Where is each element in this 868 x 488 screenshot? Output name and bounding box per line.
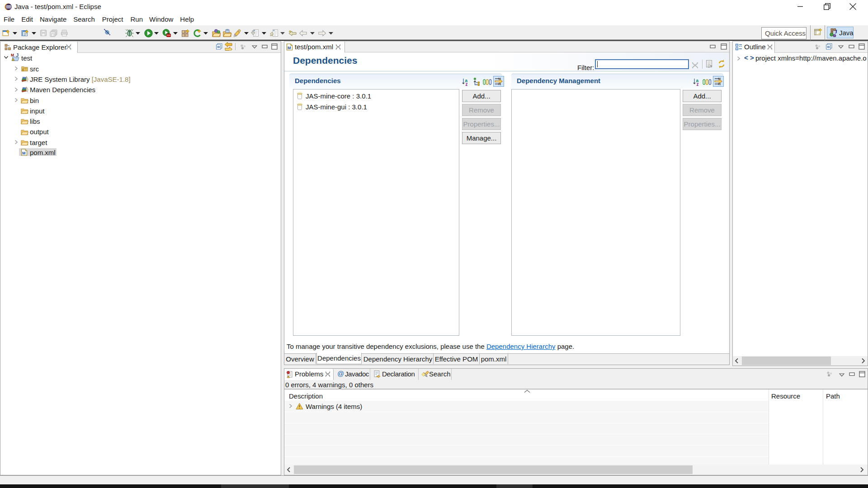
svg-text:z: z: [697, 82, 699, 86]
svg-text:z: z: [466, 82, 468, 86]
svg-text:M: M: [288, 46, 291, 50]
svg-text:J: J: [16, 53, 19, 58]
svg-text:J: J: [835, 28, 837, 35]
svg-text:M: M: [22, 151, 26, 155]
svg-text:M: M: [11, 53, 14, 57]
